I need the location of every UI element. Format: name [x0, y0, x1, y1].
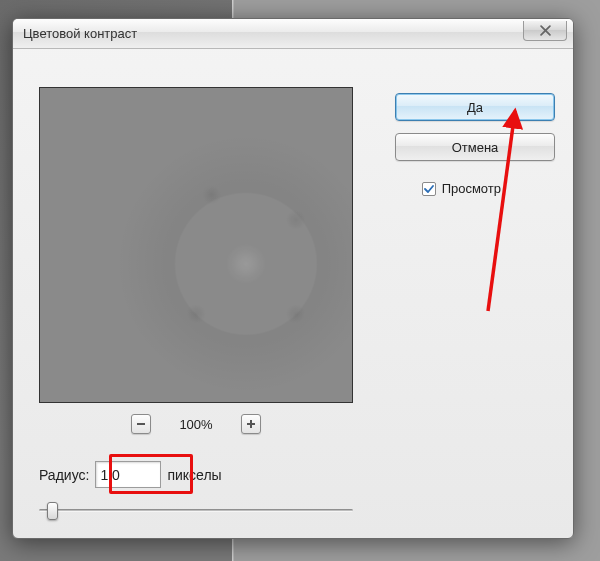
close-icon [540, 25, 551, 36]
zoom-out-button[interactable] [131, 414, 151, 434]
dialog-buttons: Да Отмена [395, 93, 555, 161]
radius-input[interactable] [95, 461, 161, 488]
plus-icon [246, 419, 256, 429]
slider-thumb[interactable] [47, 502, 58, 520]
dialog-content: 100% Радиус: пикселы Да Отмена [13, 49, 573, 538]
ok-button[interactable]: Да [395, 93, 555, 121]
preview-checkbox[interactable] [422, 182, 436, 196]
zoom-level: 100% [179, 417, 212, 432]
preview-checkbox-row: Просмотр [422, 181, 501, 196]
filter-preview[interactable] [39, 87, 353, 403]
minus-icon [136, 419, 146, 429]
ok-button-label: Да [467, 100, 483, 115]
high-pass-dialog: Цветовой контраст 100% [12, 18, 574, 539]
dialog-title: Цветовой контраст [23, 26, 137, 41]
svg-rect-0 [137, 423, 145, 425]
cancel-button-label: Отмена [452, 140, 499, 155]
zoom-in-button[interactable] [241, 414, 261, 434]
close-button[interactable] [523, 21, 567, 41]
slider-track [39, 509, 353, 512]
radius-row: Радиус: пикселы [39, 461, 222, 488]
preview-image [40, 88, 352, 402]
zoom-controls: 100% [39, 411, 353, 437]
radius-unit: пикселы [167, 467, 221, 483]
radius-slider[interactable] [39, 499, 353, 523]
svg-rect-2 [250, 420, 252, 428]
dialog-titlebar[interactable]: Цветовой контраст [13, 19, 573, 49]
radius-label: Радиус: [39, 467, 89, 483]
check-icon [424, 184, 434, 194]
cancel-button[interactable]: Отмена [395, 133, 555, 161]
preview-checkbox-label: Просмотр [442, 181, 501, 196]
